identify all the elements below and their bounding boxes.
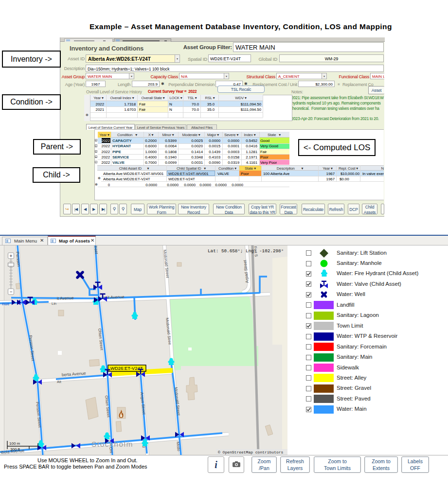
svg-text:Alt: Alt xyxy=(57,380,62,384)
svg-text:it Avenue: it Avenue xyxy=(57,296,74,301)
svg-text:100 m: 100 m xyxy=(9,441,20,446)
svg-text:+: + xyxy=(10,253,13,259)
svg-text:treet: treet xyxy=(93,245,99,255)
svg-text:Lat: 50.658°; Lng: -102.298°: Lat: 50.658°; Lng: -102.298° xyxy=(208,248,284,254)
svg-text:Lin: Lin xyxy=(52,301,56,306)
svg-text:nue: nue xyxy=(2,301,9,306)
svg-text:WD26:ET-V24T: WD26:ET-V24T xyxy=(110,366,143,371)
svg-text:© OpenStreetMap contributors: © OpenStreetMap contributors xyxy=(218,450,284,454)
svg-text:−: − xyxy=(10,289,13,295)
svg-text:300 ft: 300 ft xyxy=(10,447,20,452)
